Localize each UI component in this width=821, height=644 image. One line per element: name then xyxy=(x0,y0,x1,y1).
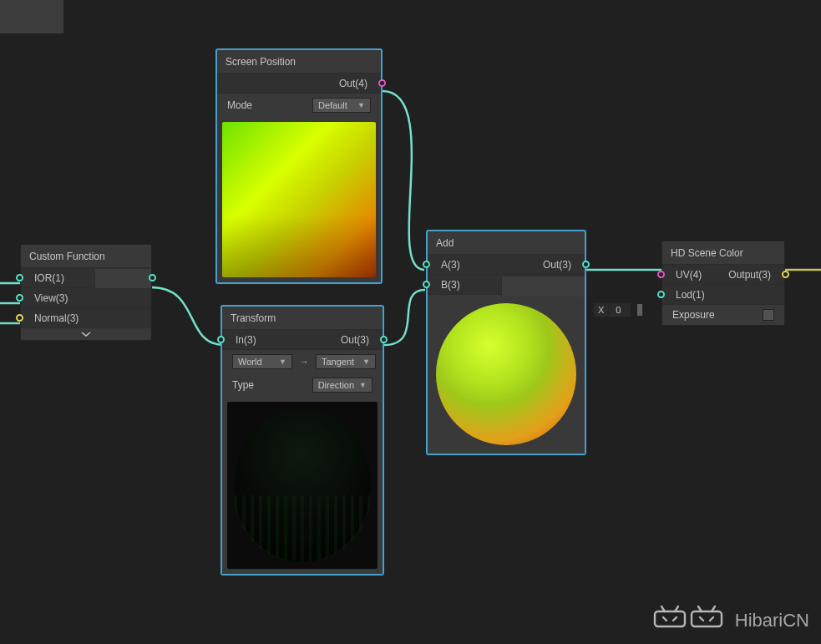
port-b[interactable] xyxy=(423,281,430,288)
arrow-right-icon: → xyxy=(297,356,311,368)
port-out-label: Out(3) xyxy=(341,334,371,346)
node-title[interactable]: Add xyxy=(428,231,585,255)
port-out-label: Out(4) xyxy=(339,78,369,89)
mode-dropdown[interactable]: Default ▼ xyxy=(312,98,371,113)
port-ior[interactable] xyxy=(16,274,23,281)
type-label: Type xyxy=(232,379,254,391)
port-out[interactable] xyxy=(380,336,388,343)
svg-rect-0 xyxy=(655,611,685,626)
chevron-down-icon: ▼ xyxy=(279,357,286,366)
node-add[interactable]: Add A(3) Out(3) B(3) xyxy=(426,230,586,455)
port-out[interactable] xyxy=(582,261,590,268)
port-lod[interactable] xyxy=(657,291,665,298)
port-uv-label: UV(4) xyxy=(674,269,702,281)
port-normal-label: Normal(3) xyxy=(33,312,79,324)
to-dropdown[interactable]: Tangent ▼ xyxy=(316,354,376,369)
svg-line-9 xyxy=(710,617,713,621)
port-normal[interactable] xyxy=(16,314,23,322)
node-transform[interactable]: Transform In(3) Out(3) World ▼ → Tangent… xyxy=(220,305,384,576)
port-output[interactable] xyxy=(782,271,789,278)
x-label: X xyxy=(594,305,609,315)
node-preview xyxy=(217,117,381,282)
svg-line-8 xyxy=(700,617,703,621)
exposure-checkbox[interactable] xyxy=(763,309,774,321)
exposure-label: Exposure xyxy=(672,309,715,321)
svg-rect-5 xyxy=(692,611,722,626)
node-title[interactable]: HD Scene Color xyxy=(662,241,784,265)
port-output-label: Output(3) xyxy=(728,269,773,281)
from-value: World xyxy=(238,357,262,367)
port-b-label: B(3) xyxy=(439,279,460,291)
svg-line-3 xyxy=(663,617,666,621)
port-in[interactable] xyxy=(217,336,225,343)
to-value: Tangent xyxy=(322,357,354,367)
chevron-down-icon: ▼ xyxy=(357,101,365,109)
x-value[interactable]: 0 xyxy=(609,305,631,315)
chevron-down-icon xyxy=(80,331,92,337)
port-view[interactable] xyxy=(16,294,23,302)
port-a[interactable] xyxy=(423,261,430,268)
watermark-logo xyxy=(653,605,728,636)
chevron-down-icon: ▼ xyxy=(362,357,370,366)
from-dropdown[interactable]: World ▼ xyxy=(232,354,292,369)
port-a-label: A(3) xyxy=(439,259,460,271)
chevron-down-icon: ▼ xyxy=(359,381,367,389)
collapse-toggle[interactable] xyxy=(21,328,151,340)
port-lod-label: Lod(1) xyxy=(674,289,705,301)
node-title[interactable]: Screen Position xyxy=(217,50,381,74)
port-ior-label: IOR(1) xyxy=(33,272,64,284)
port-out[interactable] xyxy=(378,79,386,87)
type-dropdown[interactable]: Direction ▼ xyxy=(312,378,372,393)
watermark-text: HibariCN xyxy=(735,610,809,631)
port-out-label: Out(3) xyxy=(543,259,573,271)
node-preview xyxy=(222,397,383,574)
node-hd-scene-color[interactable]: HD Scene Color UV(4) Output(3) Lod(1) Ex… xyxy=(661,241,785,326)
add-side-x-field[interactable]: X 0 xyxy=(593,302,643,317)
port-out[interactable] xyxy=(149,274,156,281)
port-view-label: View(3) xyxy=(33,292,68,304)
node-preview xyxy=(428,295,585,454)
mode-label: Mode xyxy=(227,99,252,111)
mode-value: Default xyxy=(318,100,347,110)
minimap-thumb xyxy=(0,0,63,33)
node-custom-function[interactable]: Custom Function IOR(1) Out(3) View(3) No… xyxy=(20,244,152,341)
svg-line-4 xyxy=(673,617,677,621)
type-value: Direction xyxy=(318,380,354,390)
node-screen-position[interactable]: Screen Position Out(4) Mode Default ▼ xyxy=(215,48,383,284)
port-in-label: In(3) xyxy=(234,334,256,346)
port-uv[interactable] xyxy=(657,271,665,278)
slider-handle[interactable] xyxy=(636,303,643,317)
node-title[interactable]: Transform xyxy=(222,307,383,330)
watermark: HibariCN xyxy=(653,605,809,636)
node-title[interactable]: Custom Function xyxy=(21,245,151,268)
